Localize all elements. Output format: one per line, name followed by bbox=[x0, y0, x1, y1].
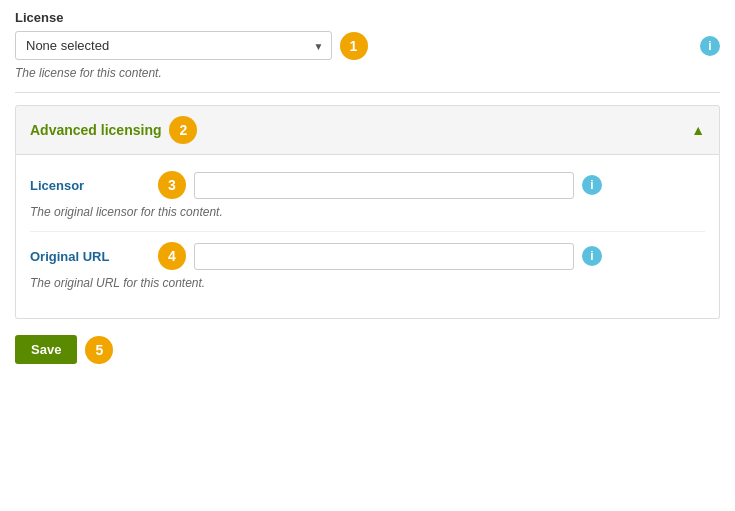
license-label: License bbox=[15, 10, 720, 25]
advanced-body: Licensor 3 i The original licensor for t… bbox=[15, 155, 720, 319]
step-badge-3: 3 bbox=[158, 171, 186, 199]
step-badge-5: 5 bbox=[85, 336, 113, 364]
original-url-info-icon[interactable]: i bbox=[582, 246, 602, 266]
save-row: Save 5 bbox=[15, 335, 720, 364]
advanced-title-area: Advanced licensing 2 bbox=[30, 116, 197, 144]
license-select[interactable]: None selected Public Domain CC BY CC BY-… bbox=[15, 31, 332, 60]
original-url-hint: The original URL for this content. bbox=[30, 276, 705, 290]
field-divider bbox=[30, 231, 705, 232]
licensor-input[interactable] bbox=[194, 172, 574, 199]
step-badge-1: 1 bbox=[340, 32, 368, 60]
section-divider bbox=[15, 92, 720, 93]
advanced-licensing-section: Advanced licensing 2 ▲ Licensor 3 i The … bbox=[15, 105, 720, 319]
step-badge-4: 4 bbox=[158, 242, 186, 270]
step-badge-2: 2 bbox=[169, 116, 197, 144]
original-url-label: Original URL bbox=[30, 249, 150, 264]
licensor-hint: The original licensor for this content. bbox=[30, 205, 705, 219]
collapse-chevron-icon: ▲ bbox=[691, 122, 705, 138]
license-hint: The license for this content. bbox=[15, 66, 720, 80]
original-url-input[interactable] bbox=[194, 243, 574, 270]
advanced-title: Advanced licensing bbox=[30, 122, 161, 138]
advanced-licensing-header[interactable]: Advanced licensing 2 ▲ bbox=[15, 105, 720, 155]
license-select-wrapper: None selected Public Domain CC BY CC BY-… bbox=[15, 31, 332, 60]
save-button[interactable]: Save bbox=[15, 335, 77, 364]
licensor-section: Licensor 3 i The original licensor for t… bbox=[30, 171, 705, 219]
licensor-info-icon[interactable]: i bbox=[582, 175, 602, 195]
license-info-icon[interactable]: i bbox=[700, 36, 720, 56]
licensor-label: Licensor bbox=[30, 178, 150, 193]
license-section: License None selected Public Domain CC B… bbox=[15, 10, 720, 80]
original-url-section: Original URL 4 i The original URL for th… bbox=[30, 242, 705, 290]
